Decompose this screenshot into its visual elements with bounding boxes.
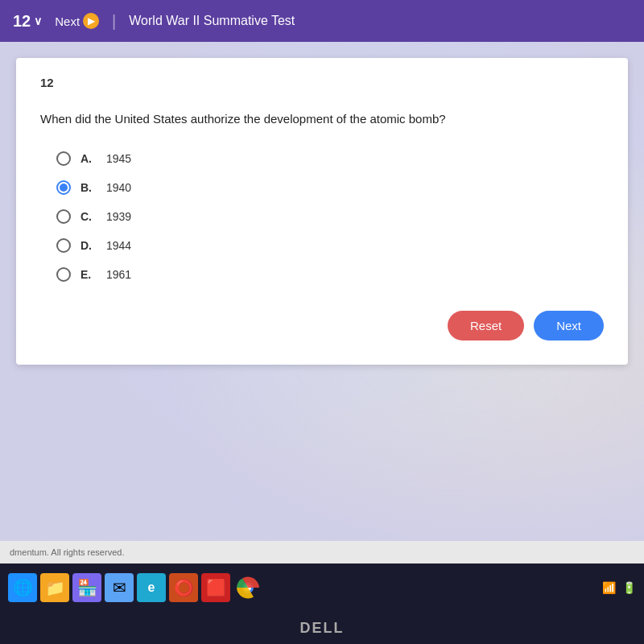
option-d-value: 1944 xyxy=(106,239,131,252)
dell-text: DELL xyxy=(300,620,345,637)
taskbar-red-icon[interactable]: 🟥 xyxy=(201,573,230,602)
taskbar-office-icon[interactable]: ⭕ xyxy=(169,573,198,602)
option-d[interactable]: D. 1944 xyxy=(56,238,604,253)
option-d-letter: D. xyxy=(80,239,97,252)
option-c-letter: C. xyxy=(80,210,97,223)
question-card: 12 When did the United States authorize … xyxy=(16,58,628,365)
footer-bar: dmentum. All rights reserved. xyxy=(0,541,644,564)
button-row: Reset Next xyxy=(40,311,604,341)
option-a-letter: A. xyxy=(80,152,97,165)
topbar: 12 ∨ Next ▶ | World War II Summative Tes… xyxy=(0,0,644,42)
taskbar-folder-icon[interactable]: 📁 xyxy=(40,573,69,602)
option-c-value: 1939 xyxy=(106,210,131,223)
option-b[interactable]: B. 1940 xyxy=(56,180,604,195)
option-a[interactable]: A. 1945 xyxy=(56,151,604,166)
question-text: When did the United States authorize the… xyxy=(40,110,604,129)
radio-d[interactable] xyxy=(56,238,71,253)
taskbar-store-icon[interactable]: 🏪 xyxy=(72,573,101,602)
test-title: World War II Summative Test xyxy=(129,14,295,28)
question-badge: 12 xyxy=(40,74,604,91)
taskbar-chrome-icon[interactable] xyxy=(233,573,262,602)
footer-text: dmentum. All rights reserved. xyxy=(10,547,124,557)
radio-a[interactable] xyxy=(56,151,71,166)
radio-b[interactable] xyxy=(56,180,71,195)
option-b-letter: B. xyxy=(80,181,97,194)
dropdown-chevron-icon[interactable]: ∨ xyxy=(34,14,42,27)
taskbar-edge-icon[interactable]: e xyxy=(137,573,166,602)
radio-b-fill xyxy=(60,184,68,192)
topbar-next-button[interactable]: Next ▶ xyxy=(55,13,99,29)
option-e[interactable]: E. 1961 xyxy=(56,267,604,282)
taskbar-battery-icon: 🔋 xyxy=(622,581,636,594)
radio-e[interactable] xyxy=(56,267,71,282)
dell-bar: DELL xyxy=(0,612,644,644)
options-list: A. 1945 B. 1940 C. 1939 xyxy=(56,151,604,282)
option-c[interactable]: C. 1939 xyxy=(56,209,604,224)
option-e-value: 1961 xyxy=(106,268,131,281)
question-num-text: 12 xyxy=(13,12,31,31)
taskbar-right: 📶 🔋 xyxy=(602,581,636,594)
taskbar-mail-icon[interactable]: ✉ xyxy=(105,573,134,602)
option-b-value: 1940 xyxy=(106,181,131,194)
topbar-next-label: Next xyxy=(55,14,80,28)
reset-button[interactable]: Reset xyxy=(448,311,524,341)
taskbar: 🌐 📁 🏪 ✉ e ⭕ 🟥 📶 🔋 xyxy=(0,564,644,612)
topbar-divider: | xyxy=(112,12,116,31)
next-arrow-icon: ▶ xyxy=(83,13,99,29)
main-content: 12 When did the United States authorize … xyxy=(0,42,644,541)
taskbar-ie-icon[interactable]: 🌐 xyxy=(8,573,37,602)
next-button[interactable]: Next xyxy=(534,311,604,341)
option-a-value: 1945 xyxy=(106,152,131,165)
taskbar-wifi-icon: 📶 xyxy=(602,581,616,594)
radio-c[interactable] xyxy=(56,209,71,224)
option-e-letter: E. xyxy=(80,268,97,281)
question-number-display[interactable]: 12 ∨ xyxy=(13,12,42,31)
